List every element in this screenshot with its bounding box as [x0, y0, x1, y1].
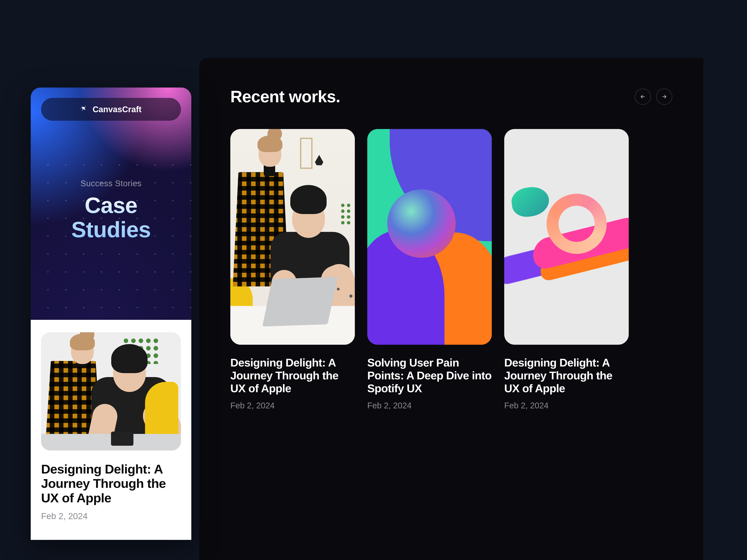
eyebrow: Success Stories [31, 179, 191, 188]
brand-pill[interactable]: CanvasCraft [41, 98, 181, 121]
card-title: Designing Delight: A Journey Through the… [41, 462, 181, 505]
card-image [367, 129, 492, 345]
svg-point-3 [85, 106, 86, 107]
arrow-right-icon [661, 94, 667, 100]
hero-title: Case Studies [31, 193, 191, 242]
brand-name: CanvasCraft [93, 105, 141, 114]
card-title: Designing Delight: A Journey Through the… [230, 356, 355, 395]
card-image [504, 129, 629, 345]
next-button[interactable] [656, 88, 672, 105]
cards-row: Designing Delight: A Journey Through the… [230, 129, 672, 410]
prev-button[interactable] [635, 88, 651, 105]
carousel-nav [635, 88, 672, 105]
section-title: Recent works. [230, 87, 340, 106]
svg-point-4 [81, 108, 81, 108]
card-date: Feb 2, 2024 [230, 401, 355, 410]
arrow-left-icon [640, 94, 646, 100]
cursor-click-icon [80, 105, 88, 113]
card-date: Feb 2, 2024 [367, 401, 492, 410]
card-title: Designing Delight: A Journey Through the… [504, 356, 629, 395]
hero-title-line: Case [85, 193, 137, 218]
recent-works-panel: Recent works. [199, 58, 703, 560]
work-card[interactable]: Designing Delight: A Journey Through the… [504, 129, 629, 410]
card-title: Solving User Pain Points: A Deep Dive in… [367, 356, 492, 395]
work-card[interactable]: Solving User Pain Points: A Deep Dive in… [367, 129, 492, 410]
card-image [41, 332, 181, 451]
card-image [230, 129, 355, 345]
mobile-card[interactable]: Designing Delight: A Journey Through the… [31, 320, 191, 540]
work-card[interactable]: Designing Delight: A Journey Through the… [230, 129, 355, 410]
hero: CanvasCraft Success Stories Case Studies [31, 87, 191, 320]
hero-title-line: Studies [71, 217, 151, 242]
svg-point-2 [82, 110, 83, 111]
panel-header: Recent works. [230, 87, 672, 106]
card-date: Feb 2, 2024 [41, 511, 181, 521]
card-date: Feb 2, 2024 [504, 401, 629, 410]
mobile-preview-panel: CanvasCraft Success Stories Case Studies [31, 87, 191, 540]
